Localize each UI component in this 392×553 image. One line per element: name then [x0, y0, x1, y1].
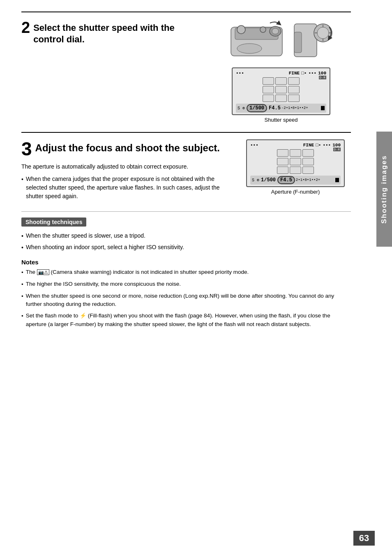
step3-bullet-text: When the camera judges that the proper e…: [26, 175, 233, 201]
step3-bullet: • When the camera judges that the proper…: [21, 175, 233, 201]
lcd2-battery: ▪▪▪: [250, 143, 258, 148]
lcd-cell: [275, 95, 287, 102]
lcd2-s-label: S ⊕: [252, 178, 259, 183]
lcd2-file-icon: □▪: [316, 143, 321, 148]
bottom-rule: [21, 211, 351, 212]
technique-1-text: When the shutter speed is slower, use a …: [26, 231, 145, 240]
bullet-dot: •: [21, 268, 23, 277]
section3: 3 Adjust the focus and shoot the subject…: [21, 139, 351, 203]
section3-right: ▪▪▪ FINE □▪ ▪▪▪ 100 D-R: [240, 139, 351, 195]
techniques-bullets: • When the shutter speed is slower, use …: [21, 231, 351, 252]
technique-2: • When shooting an indoor sport, select …: [21, 243, 351, 252]
svg-point-5: [260, 27, 266, 32]
bullet-dot: •: [21, 175, 23, 184]
lcd1-bottom: S ⊕ 1/500 F4.5 -2•1•0•1••2+ ▐█: [236, 104, 326, 113]
lcd-cell: [277, 158, 288, 165]
bullet-dot: •: [21, 232, 23, 241]
lcd2-caption: Aperture (F-number): [271, 189, 320, 195]
svg-point-1: [237, 44, 262, 53]
bullet-dot: •: [21, 243, 23, 252]
section2-right: ▪▪▪ FINE □▪ ▪▪▪ 100 D-R: [211, 20, 351, 123]
lcd-cell: [263, 77, 274, 85]
notes-list: • The 📷⚠ (Camera shake warning) indicato…: [21, 268, 351, 329]
lcd2-grid: [250, 149, 341, 174]
lcd2-shutter: 1/500: [261, 177, 276, 183]
note-4: • Set the flash mode to ⚡ (Fill-flash) w…: [21, 312, 351, 329]
note-3: • When the shutter speed is one second o…: [21, 292, 351, 309]
technique-1: • When the shutter speed is slower, use …: [21, 231, 351, 241]
sidebar-tab: Shooting images: [376, 132, 392, 247]
section-divider: [21, 132, 351, 133]
lcd-panel-2: ▪▪▪ FINE □▪ ▪▪▪ 100 D-R: [246, 139, 345, 187]
lcd2-aperture: F4.5: [277, 176, 295, 184]
lcd-cell: [288, 77, 300, 85]
step3-number: 3: [21, 139, 32, 158]
technique-2-text: When shooting an indoor sport, select a …: [26, 243, 184, 252]
note-2-text: The higher the ISO sensitivity, the more…: [26, 280, 181, 289]
lcd2-iso: 100: [332, 143, 341, 148]
shooting-techniques-section: Shooting techniques • When the shutter s…: [21, 217, 351, 329]
lcd2-iso-icon: ▪▪▪: [323, 143, 331, 148]
lcd-cell: [302, 149, 314, 157]
section2: 2 Select the shutter speed with the cont…: [21, 20, 351, 123]
lcd1-battery: ▪▪▪: [236, 71, 244, 76]
svg-point-6: [237, 25, 245, 34]
techniques-label: Shooting techniques: [21, 217, 86, 227]
camera-top-view: [227, 20, 286, 61]
lcd2-ev: 2•1•0•1••2+: [296, 178, 334, 182]
sidebar-label: Shooting images: [380, 155, 388, 224]
lcd1-caption: Shutter speed: [265, 117, 298, 123]
note-1: • The 📷⚠ (Camera shake warning) indicato…: [21, 268, 351, 277]
page: Shooting images 63 2 Select the shutter …: [0, 0, 392, 553]
lcd-cell: [302, 167, 314, 174]
lcd2-quality: FINE: [303, 143, 314, 148]
lcd1-iso: 100: [318, 71, 326, 76]
bullet-dot: •: [21, 312, 23, 321]
lcd1-quality: FINE: [289, 71, 300, 76]
flash-icon: ⚡: [80, 312, 86, 319]
section2-left: 2 Select the shutter speed with the cont…: [21, 20, 207, 45]
lcd1-shutter: 1/500: [247, 104, 267, 112]
lcd1-dr: D-R: [319, 76, 326, 79]
step2-number: 2: [21, 20, 30, 35]
bullet-dot: •: [21, 280, 23, 289]
lcd1-file-icon: □▪: [301, 71, 307, 76]
note-3-text: When the shutter speed is one second or …: [26, 292, 351, 309]
step3-body: The aperture is automatically adjusted t…: [21, 162, 233, 171]
page-number-box: 63: [353, 531, 375, 546]
lcd1-ev: -2•1•0•1••2+: [281, 106, 320, 110]
lcd-cell: [263, 95, 274, 102]
page-number: 63: [359, 533, 369, 544]
lcd-cell: [288, 86, 300, 93]
svg-rect-8: [294, 32, 302, 53]
camera-diagrams: [227, 20, 335, 61]
lcd1-s-label: S ⊕: [238, 106, 245, 111]
lcd2-dr: D-R: [333, 148, 341, 151]
lcd2-bars: ▐█: [334, 178, 339, 183]
lcd-cell: [302, 158, 314, 165]
lcd-cell: [263, 86, 274, 93]
note-4-text: Set the flash mode to ⚡ (Fill-flash) whe…: [26, 312, 351, 329]
note-1-text: The 📷⚠ (Camera shake warning) indicator …: [26, 268, 249, 277]
main-content: 2 Select the shutter speed with the cont…: [0, 0, 392, 356]
lcd1-bars: ▐█: [320, 106, 325, 111]
lcd1-aperture: F4.5: [269, 105, 281, 111]
lcd-cell: [290, 149, 301, 157]
section3-left: 3 Adjust the focus and shoot the subject…: [21, 139, 233, 203]
lcd-cell: [288, 95, 300, 102]
svg-point-4: [272, 28, 279, 34]
camera-side-view: [292, 20, 335, 61]
lcd-cell: [290, 158, 301, 165]
notes-heading: Notes: [21, 259, 351, 266]
lcd1-iso-icon: ▪▪▪: [308, 71, 316, 76]
top-rule: [21, 12, 351, 12]
lcd-cell: [277, 167, 288, 174]
lcd-cell: [277, 149, 288, 157]
lcd1-grid: [236, 77, 326, 102]
note-2: • The higher the ISO sensitivity, the mo…: [21, 280, 351, 289]
step2-title: Select the shutter speed with the contro…: [33, 20, 207, 45]
step3-title: Adjust the focus and shoot the subject.: [35, 139, 220, 154]
lcd-cell: [275, 77, 287, 85]
lcd-cell: [290, 167, 301, 174]
camera-warn-icon: 📷⚠: [37, 269, 49, 275]
